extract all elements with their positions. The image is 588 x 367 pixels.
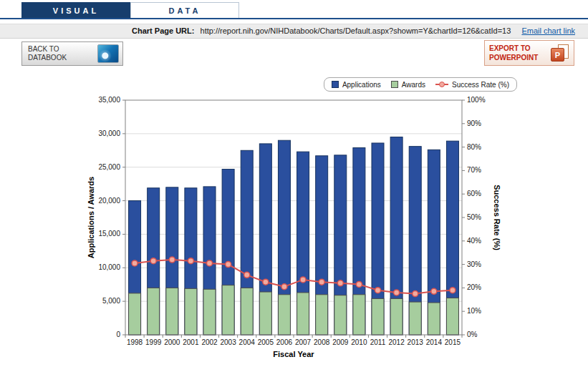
svg-text:50%: 50%: [467, 213, 481, 221]
success-rate-line-icon: [435, 82, 448, 87]
tab-visual[interactable]: VISUAL: [21, 2, 130, 18]
legend-label-success-rate: Success Rate (%): [452, 81, 509, 89]
svg-text:2009: 2009: [332, 338, 349, 346]
svg-text:80%: 80%: [467, 143, 481, 151]
svg-text:2012: 2012: [388, 338, 405, 346]
svg-text:2005: 2005: [258, 338, 274, 346]
svg-text:40%: 40%: [467, 237, 481, 245]
legend-item-awards: Awards: [391, 81, 425, 89]
svg-text:30,000: 30,000: [98, 129, 120, 137]
svg-text:2013: 2013: [408, 338, 424, 346]
svg-text:25,000: 25,000: [98, 163, 120, 171]
svg-text:10%: 10%: [467, 307, 481, 315]
svg-text:2007: 2007: [295, 338, 312, 346]
applications-awards-success-rate-chart: 05,00010,00015,00020,00025,00030,00035,0…: [0, 68, 588, 367]
svg-text:2006: 2006: [276, 338, 293, 346]
awards-swatch-icon: [391, 81, 398, 88]
svg-text:70%: 70%: [467, 166, 481, 174]
email-chart-link[interactable]: Email chart link: [521, 26, 575, 35]
svg-text:20,000: 20,000: [98, 197, 120, 205]
svg-text:0%: 0%: [467, 331, 478, 338]
svg-text:2008: 2008: [314, 338, 330, 346]
svg-text:Applications / Awards: Applications / Awards: [87, 177, 95, 258]
chart-legend: Applications Awards Success Rate (%): [324, 77, 517, 92]
chart-page-url-value: http://report.nih.gov/NIHDatabook/Charts…: [201, 26, 511, 35]
svg-text:20%: 20%: [467, 283, 481, 291]
svg-text:100%: 100%: [467, 96, 486, 104]
svg-text:15,000: 15,000: [98, 230, 120, 238]
legend-label-awards: Awards: [402, 81, 425, 89]
svg-text:2002: 2002: [201, 338, 218, 346]
back-to-databook-button[interactable]: BACK TO DATABOOK: [21, 41, 123, 66]
svg-text:35,000: 35,000: [98, 96, 120, 104]
svg-text:60%: 60%: [467, 190, 481, 197]
powerpoint-p-glyph: P: [551, 48, 564, 62]
svg-text:Fiscal Year: Fiscal Year: [273, 350, 314, 358]
tab-data[interactable]: DATA: [130, 2, 239, 18]
tab-bar: VISUAL DATA: [21, 2, 239, 18]
databook-icon: [97, 44, 119, 63]
export-to-powerpoint-label: EXPORT TO POWERPOINT: [489, 44, 538, 62]
svg-text:2004: 2004: [239, 338, 256, 346]
svg-text:2003: 2003: [220, 338, 236, 346]
svg-text:30%: 30%: [467, 260, 481, 268]
powerpoint-icon: P: [551, 44, 569, 62]
svg-text:2015: 2015: [445, 338, 461, 346]
chart-page-url-label: Chart Page URL:: [132, 26, 194, 35]
svg-text:Success Rate (%): Success Rate (%): [493, 185, 501, 250]
chart-area: 05,00010,00015,00020,00025,00030,00035,0…: [0, 68, 588, 367]
legend-label-applications: Applications: [342, 81, 381, 89]
legend-item-success-rate: Success Rate (%): [435, 81, 509, 89]
svg-text:90%: 90%: [467, 119, 481, 127]
svg-text:0: 0: [116, 331, 120, 338]
svg-text:2000: 2000: [164, 338, 180, 346]
svg-text:1999: 1999: [145, 338, 162, 346]
svg-text:1998: 1998: [127, 338, 143, 346]
applications-swatch-icon: [332, 81, 339, 88]
legend-item-applications: Applications: [332, 81, 381, 89]
svg-text:2011: 2011: [370, 338, 386, 346]
export-to-powerpoint-button[interactable]: EXPORT TO POWERPOINT P: [484, 40, 574, 66]
svg-text:2010: 2010: [351, 338, 367, 346]
svg-text:2014: 2014: [426, 338, 443, 346]
svg-text:5,000: 5,000: [102, 297, 120, 305]
svg-text:10,000: 10,000: [98, 263, 120, 271]
url-bar: Chart Page URL: http://report.nih.gov/NI…: [0, 24, 588, 39]
svg-text:2001: 2001: [183, 338, 199, 346]
back-to-databook-label: BACK TO DATABOOK: [28, 45, 67, 63]
